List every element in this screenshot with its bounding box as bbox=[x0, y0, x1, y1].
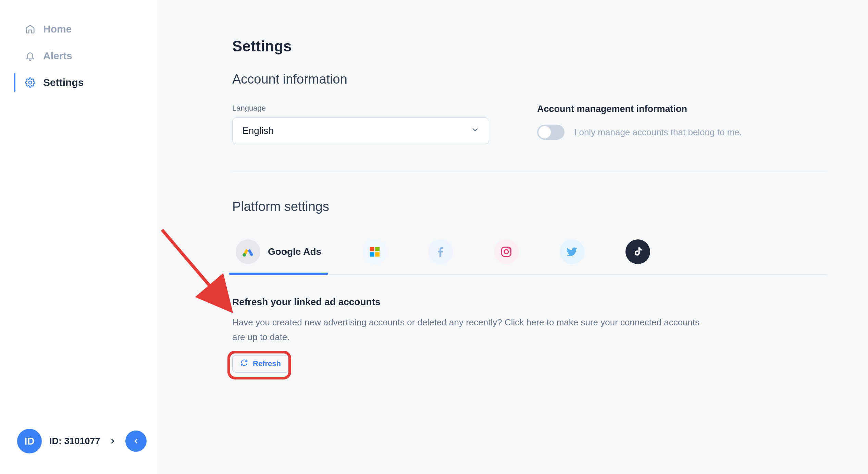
platform-settings-heading: Platform settings bbox=[232, 199, 827, 214]
facebook-icon bbox=[428, 239, 453, 264]
account-id-block[interactable]: ID ID: 3101077 bbox=[17, 429, 117, 453]
management-info-block: Account management information I only ma… bbox=[537, 104, 827, 140]
refresh-button[interactable]: Refresh bbox=[232, 355, 289, 373]
tab-instagram[interactable] bbox=[491, 231, 522, 274]
management-toggle[interactable] bbox=[537, 125, 565, 140]
page-title: Settings bbox=[232, 38, 827, 55]
id-badge: ID bbox=[17, 429, 42, 453]
tab-label: Google Ads bbox=[268, 246, 321, 257]
sidebar-item-settings[interactable]: Settings bbox=[0, 69, 157, 96]
language-value: English bbox=[242, 125, 274, 136]
bell-icon bbox=[25, 50, 36, 61]
language-field: Language English bbox=[232, 104, 489, 144]
chevron-down-icon bbox=[471, 125, 479, 136]
svg-point-7 bbox=[504, 250, 508, 254]
google-ads-icon bbox=[236, 239, 260, 264]
chevron-right-icon bbox=[108, 436, 117, 446]
svg-rect-5 bbox=[375, 252, 380, 257]
refresh-icon bbox=[240, 359, 248, 369]
sidebar-nav: Home Alerts Settings bbox=[0, 0, 157, 96]
account-info-heading: Account information bbox=[232, 72, 827, 87]
management-toggle-row: I only manage accounts that belong to me… bbox=[537, 125, 827, 140]
sidebar-footer: ID ID: 3101077 bbox=[17, 429, 147, 453]
gear-icon bbox=[25, 77, 36, 88]
sidebar-item-alerts[interactable]: Alerts bbox=[0, 42, 157, 69]
management-info-title: Account management information bbox=[537, 104, 827, 114]
sidebar-item-home[interactable]: Home bbox=[0, 16, 157, 42]
tab-google-ads[interactable]: Google Ads bbox=[232, 231, 325, 274]
tiktok-icon bbox=[625, 239, 650, 264]
svg-rect-4 bbox=[370, 252, 374, 257]
refresh-accounts-block: Refresh your linked ad accounts Have you… bbox=[232, 297, 827, 373]
tab-facebook[interactable] bbox=[425, 231, 456, 274]
platform-tabs: Google Ads bbox=[232, 231, 827, 275]
account-id-text: ID: 3101077 bbox=[49, 436, 100, 447]
twitter-icon bbox=[560, 239, 584, 264]
main-content: Settings Account information Language En… bbox=[157, 0, 868, 474]
microsoft-icon bbox=[362, 239, 387, 264]
refresh-button-label: Refresh bbox=[253, 359, 281, 368]
tab-tiktok[interactable] bbox=[622, 231, 654, 274]
sidebar: Home Alerts Settings ID ID: 3101077 bbox=[0, 0, 157, 474]
instagram-icon bbox=[494, 239, 519, 264]
refresh-description: Have you created new advertising account… bbox=[232, 315, 705, 345]
svg-line-9 bbox=[162, 230, 227, 306]
svg-point-0 bbox=[29, 81, 32, 84]
home-icon bbox=[25, 24, 36, 35]
sidebar-item-label: Alerts bbox=[43, 50, 72, 62]
tab-microsoft-ads[interactable] bbox=[359, 231, 390, 274]
svg-point-8 bbox=[509, 248, 510, 250]
svg-rect-3 bbox=[375, 247, 380, 251]
language-select[interactable]: English bbox=[232, 117, 489, 144]
svg-point-1 bbox=[243, 253, 246, 257]
account-info-row: Language English Account management info… bbox=[232, 104, 827, 172]
sidebar-item-label: Home bbox=[43, 23, 72, 35]
svg-rect-2 bbox=[370, 247, 374, 251]
tab-twitter[interactable] bbox=[556, 231, 588, 274]
management-toggle-label: I only manage accounts that belong to me… bbox=[574, 127, 742, 138]
collapse-sidebar-button[interactable] bbox=[125, 431, 147, 452]
refresh-heading: Refresh your linked ad accounts bbox=[232, 297, 827, 308]
language-label: Language bbox=[232, 104, 489, 113]
sidebar-item-label: Settings bbox=[43, 77, 84, 88]
